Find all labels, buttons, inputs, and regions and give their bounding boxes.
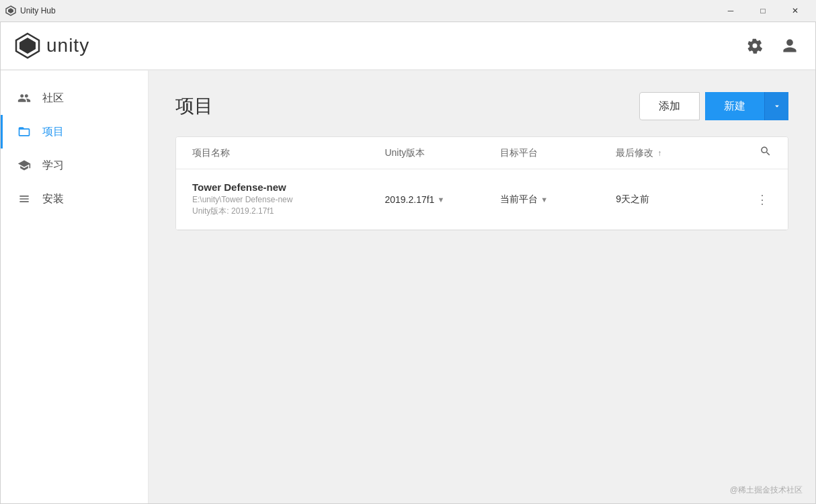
main-header: 项目 添加 新建 [175,92,788,120]
row-unity-cell: 2019.2.17f1 ▼ [384,194,500,205]
main-actions: 添加 新建 [639,92,788,120]
header-actions [743,34,802,58]
project-path: E:\unity\Tower Defense-new [192,195,384,204]
row-name-cell: Tower Defense-new E:\unity\Tower Defense… [192,181,384,217]
col-actions-header [731,145,772,161]
project-table: 项目名称 Unity版本 目标平台 最后修改 ↑ [175,136,788,230]
svg-marker-1 [8,8,13,13]
table-search-button[interactable] [760,145,772,161]
new-button[interactable]: 新建 [705,92,764,120]
installs-icon [17,192,32,206]
watermark: @稀土掘金技术社区 [730,485,803,496]
account-button[interactable] [778,34,802,58]
new-dropdown-button[interactable] [764,92,788,120]
learn-label: 学习 [42,159,64,173]
platform-dropdown-icon[interactable]: ▼ [540,196,548,204]
installs-label: 安装 [42,192,64,206]
project-version-label: Unity版本: 2019.2.17f1 [192,206,384,217]
titlebar-controls: ─ □ ✕ [715,0,811,22]
community-label: 社区 [42,91,64,106]
col-platform-header: 目标平台 [500,147,616,159]
community-icon [17,91,32,106]
sidebar-item-learn[interactable]: 学习 [1,149,148,182]
unity-logo-icon [14,32,41,59]
row-actions-cell: ⋮ [731,190,772,209]
minimize-button[interactable]: ─ [715,0,746,22]
add-button[interactable]: 添加 [639,92,700,120]
account-icon [782,38,798,54]
col-name-header: 项目名称 [192,147,384,159]
maximize-button[interactable]: □ [747,0,778,22]
row-platform-cell: 当前平台 ▼ [500,194,616,206]
sidebar-item-projects[interactable]: 项目 [1,115,148,149]
page-title: 项目 [175,93,213,119]
main-window: unity 社区 [0,22,816,504]
table-header: 项目名称 Unity版本 目标平台 最后修改 ↑ [176,137,788,169]
titlebar: Unity Hub ─ □ ✕ [0,0,816,22]
projects-icon [17,124,32,139]
table-row[interactable]: Tower Defense-new E:\unity\Tower Defense… [176,169,788,230]
svg-marker-3 [19,38,36,54]
body: 社区 项目 学习 [1,71,815,503]
sidebar-item-installs[interactable]: 安装 [1,182,148,216]
platform-name: 当前平台 [500,194,538,206]
version-dropdown-icon[interactable]: ▼ [437,196,444,204]
unity-version: 2019.2.17f1 [384,194,434,205]
sort-icon: ↑ [657,149,661,158]
col-unity-header: Unity版本 [384,147,500,159]
sidebar: 社区 项目 学习 [1,71,149,503]
header: unity [1,22,815,71]
app-icon [5,5,16,16]
row-more-button[interactable]: ⋮ [753,190,772,209]
logo: unity [14,32,89,59]
logo-text: unity [46,35,89,56]
close-button[interactable]: ✕ [780,0,811,22]
settings-button[interactable] [743,34,767,58]
gear-icon [747,38,763,54]
col-modified-header: 最后修改 ↑ [616,147,731,159]
projects-label: 项目 [42,125,64,139]
sidebar-item-community[interactable]: 社区 [1,81,148,115]
modified-time: 9天之前 [616,194,649,204]
main-content: 项目 添加 新建 项目名称 Unity版本 目标平台 [149,71,815,503]
titlebar-left: Unity Hub [5,5,56,16]
project-name: Tower Defense-new [192,181,384,193]
app-title: Unity Hub [20,6,56,15]
chevron-down-icon [772,101,782,111]
row-modified-cell: 9天之前 [616,193,731,206]
learn-icon [17,158,32,173]
